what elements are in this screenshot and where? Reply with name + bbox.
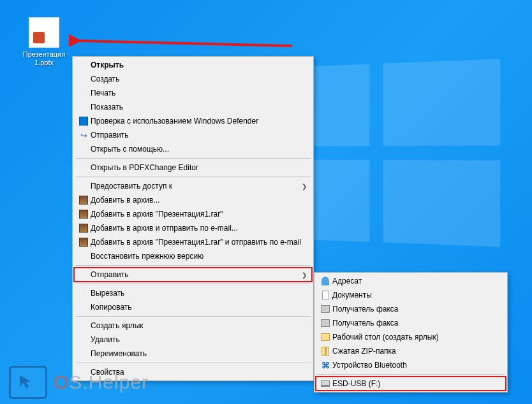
sendto-documents[interactable]: Документы	[316, 288, 506, 302]
menu-create[interactable]: Создать	[74, 72, 312, 86]
menu-rar-add-named-email[interactable]: Добавить в архив "Презентация1.rar" и от…	[74, 235, 312, 249]
watermark-cursor-icon	[9, 366, 47, 399]
separator	[75, 158, 311, 159]
menu-rename[interactable]: Переименовать	[74, 347, 312, 361]
chevron-right-icon: ❯	[302, 183, 307, 190]
winrar-icon	[77, 208, 91, 220]
menu-open-with[interactable]: Открыть с помощью...	[74, 142, 312, 156]
sendto-fax-2[interactable]: Получатель факса	[316, 316, 506, 330]
sendto-usb-drive[interactable]: ESD-USB (F:)	[316, 377, 506, 391]
menu-share[interactable]: ↪Отправить	[74, 128, 312, 142]
watermark: OS.Helper	[9, 366, 149, 399]
shield-icon	[77, 115, 91, 127]
separator	[75, 265, 311, 266]
menu-send-to[interactable]: Отправить❯	[74, 268, 312, 282]
menu-grant-access[interactable]: Предоставить доступ к❯	[74, 179, 312, 193]
bluetooth-icon: ⌘	[318, 359, 332, 371]
menu-create-shortcut[interactable]: Создать ярлык	[74, 319, 312, 333]
menu-rar-add[interactable]: Добавить в архив...	[74, 193, 312, 207]
winrar-icon	[77, 194, 91, 206]
sendto-zip[interactable]: Сжатая ZIP-папка	[316, 344, 506, 358]
share-icon: ↪	[77, 129, 91, 141]
watermark-text: OS.Helper	[54, 372, 149, 393]
sendto-desktop-shortcut[interactable]: Рабочий стол (создать ярлык)	[316, 330, 506, 344]
menu-restore-prev[interactable]: Восстановить прежнюю версию	[74, 249, 312, 263]
send-to-submenu: Адресат Документы Получатель факса Получ…	[314, 272, 508, 393]
menu-open[interactable]: Открыть	[74, 58, 312, 72]
file-label: Презентация 1.pptx	[21, 50, 67, 67]
sendto-recipient[interactable]: Адресат	[316, 274, 506, 288]
menu-open-pdfx[interactable]: Открыть в PDFXChange Editor	[74, 161, 312, 175]
menu-delete[interactable]: Удалить	[74, 333, 312, 347]
menu-rar-add-email[interactable]: Добавить в архив и отправить по e-mail..…	[74, 221, 312, 235]
separator	[75, 284, 311, 284]
zip-icon	[318, 345, 332, 357]
separator	[75, 363, 311, 363]
desktop-file-icon[interactable]: P Презентация 1.pptx	[21, 17, 67, 67]
chevron-right-icon: ❯	[302, 271, 307, 278]
fax-icon	[318, 303, 332, 315]
powerpoint-file-icon: P	[29, 17, 59, 48]
menu-copy[interactable]: Копировать	[74, 300, 312, 314]
desktop-icon	[318, 331, 332, 343]
menu-rar-add-named[interactable]: Добавить в архив "Презентация1.rar"	[74, 207, 312, 221]
context-menu: Открыть Создать Печать Показать Проверка…	[72, 56, 314, 381]
separator	[317, 374, 505, 375]
sendto-bluetooth[interactable]: ⌘Устройство Bluetooth	[316, 358, 506, 372]
menu-cut[interactable]: Вырезать	[74, 286, 312, 300]
winrar-icon	[77, 222, 91, 234]
svg-line-0	[77, 41, 292, 46]
annotation-arrow	[69, 33, 299, 59]
separator	[75, 177, 311, 177]
drive-icon	[318, 378, 332, 389]
fax-icon	[318, 317, 332, 329]
sendto-fax-1[interactable]: Получатель факса	[316, 302, 506, 316]
document-icon	[318, 289, 332, 301]
menu-defender[interactable]: Проверка с использованием Windows Defend…	[74, 114, 312, 128]
menu-print[interactable]: Печать	[74, 86, 312, 100]
menu-show[interactable]: Показать	[74, 100, 312, 114]
separator	[75, 316, 311, 317]
person-icon	[318, 275, 332, 287]
winrar-icon	[77, 236, 91, 248]
